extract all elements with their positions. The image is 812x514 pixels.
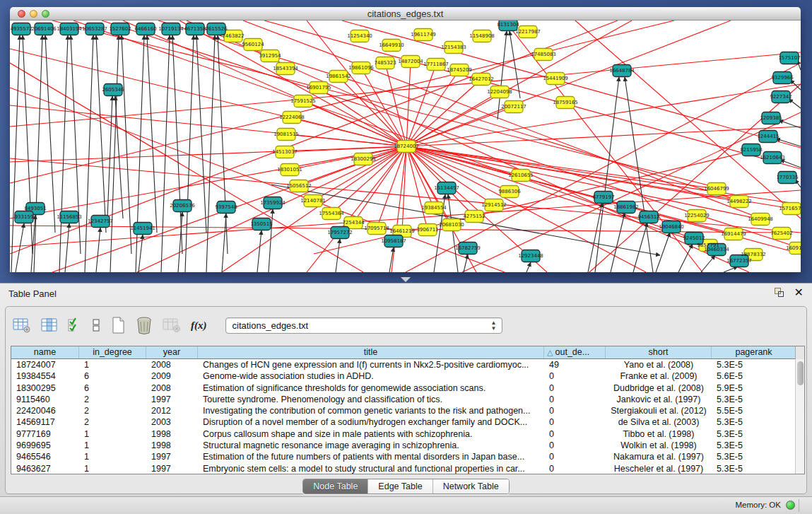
edge-red[interactable] [392, 146, 406, 272]
graph-node-label: 16046799 [704, 186, 729, 192]
edge-red[interactable] [10, 146, 406, 162]
tab-node-table[interactable]: Node Table [303, 479, 368, 493]
edge-red[interactable] [10, 146, 406, 218]
edge-black[interactable] [625, 77, 653, 272]
table-row[interactable]: 2242004622012Investigating the contribut… [11, 405, 804, 416]
graph-node-label: 19861096 [348, 65, 374, 71]
table-cell: 0 [544, 451, 606, 462]
graph-node-label: 1209385 [760, 115, 782, 121]
edge-black[interactable] [656, 233, 670, 272]
edge-black[interactable] [59, 35, 68, 272]
edge-black[interactable] [678, 244, 693, 272]
network-window-titlebar[interactable]: citations_edges.txt [10, 7, 801, 21]
select-columns-icon[interactable] [68, 317, 82, 333]
column-header-in_degree[interactable]: in_degree [79, 346, 146, 358]
edge-black[interactable] [336, 239, 340, 272]
edge-black[interactable] [11, 35, 20, 272]
column-header-year[interactable]: year [146, 346, 198, 358]
table-row[interactable]: 946362711997Embryonic stem cells: a mode… [11, 463, 804, 474]
graph-node-label: 15134457 [434, 185, 459, 191]
edge-black[interactable] [701, 255, 715, 272]
tab-edge-table[interactable]: Edge Table [368, 479, 433, 493]
table-selector-dropdown[interactable]: citations_edges.txt ▲▼ [225, 317, 502, 334]
table-cell: 2 [79, 405, 146, 416]
show-columns-icon[interactable] [41, 317, 58, 333]
table-row[interactable]: 946554611997Estimation of the future num… [11, 451, 804, 462]
scrollbar-thumb[interactable] [797, 361, 804, 385]
table-cell: 14569117 [11, 416, 79, 428]
function-builder-icon[interactable]: f(x) [191, 320, 207, 332]
edge-red[interactable] [222, 146, 406, 272]
table-cell: 1 [79, 451, 146, 462]
column-header-short[interactable]: short [606, 346, 712, 358]
edge-black[interactable] [34, 35, 42, 272]
splitter-handle-icon[interactable] [401, 277, 411, 282]
edge-black[interactable] [65, 223, 69, 272]
edge-black[interactable] [45, 35, 55, 233]
memory-ok-icon[interactable] [786, 501, 795, 510]
node-table: namein_degreeyeartitle△ out_de...shortpa… [11, 346, 805, 474]
table-row[interactable]: 977716911998Corpus callosum shape and si… [11, 428, 804, 440]
graph-node-label: 12154383 [441, 45, 466, 50]
table-header-row: namein_degreeyeartitle△ out_de...shortpa… [11, 346, 804, 359]
table-row[interactable]: 1830029562008Estimation of significance … [11, 382, 804, 394]
edge-black[interactable] [448, 194, 458, 272]
table-row[interactable]: 1938455462009Genome-wide association stu… [11, 370, 804, 382]
table-body: 1872400712008Changes of HCN gene express… [11, 359, 804, 474]
table-cell: 5.3E-5 [712, 440, 796, 451]
table-row[interactable]: 1456911722003Disruption of a novel membe… [11, 416, 804, 428]
edge-black[interactable] [218, 35, 228, 254]
delete-table-icon[interactable] [136, 316, 153, 335]
vertical-scrollbar[interactable] [795, 359, 804, 474]
network-canvas[interactable]: 1872400718300295193845541261065198863061… [10, 21, 801, 272]
edge-black[interactable] [85, 35, 93, 272]
row-height-icon[interactable] [92, 317, 100, 333]
edge-black[interactable] [139, 235, 143, 272]
tab-network-table[interactable]: Network Table [433, 479, 509, 493]
edge-black[interactable] [110, 35, 119, 272]
edge-black[interactable] [526, 262, 531, 272]
edge-black[interactable] [96, 228, 100, 272]
edge-black[interactable] [776, 139, 801, 146]
edge-red[interactable] [342, 21, 801, 148]
graph-node-label: 18724007 [394, 144, 419, 149]
graph-node-label: 18300295 [351, 156, 376, 162]
edge-black[interactable] [16, 223, 24, 272]
edge-red[interactable] [73, 21, 707, 243]
edge-black[interactable] [633, 223, 647, 272]
graph-node-label: 16427012 [469, 76, 494, 82]
edge-black[interactable] [724, 267, 738, 272]
table-row[interactable]: 911546021997Tourette syndrome. Phenomeno… [11, 394, 804, 405]
graph-node-label: 1350515 [250, 221, 272, 227]
edge-red[interactable] [406, 146, 760, 219]
close-panel-icon[interactable]: ✕ [794, 287, 804, 298]
edge-black[interactable] [222, 214, 226, 272]
table-row[interactable]: 1872400712008Changes of HCN gene express… [11, 359, 804, 370]
column-header-out_de[interactable]: △ out_de... [544, 346, 606, 358]
table-cell: 5.3E-5 [712, 416, 796, 428]
edge-black[interactable] [147, 35, 157, 233]
edge-black[interactable] [257, 230, 261, 272]
table-row[interactable]: 969969511998Structural magnetic resonanc… [11, 440, 804, 451]
table-cell: 9463627 [11, 463, 79, 474]
edge-black[interactable] [122, 35, 131, 254]
table-cell: Franke et al. (2009) [606, 370, 712, 382]
edge-red[interactable] [406, 62, 411, 146]
graph-node-label: 16648784 [609, 68, 635, 74]
edge-red[interactable] [406, 70, 459, 146]
column-header-name[interactable]: name [11, 346, 79, 358]
table-settings-icon[interactable] [13, 317, 31, 333]
edge-red[interactable] [10, 49, 406, 146]
table-cell: 1 [79, 359, 146, 370]
edge-black[interactable] [96, 35, 106, 233]
edge-black[interactable] [161, 35, 170, 272]
graph-node-label: 17711867 [423, 62, 449, 67]
table-cell: 1997 [146, 463, 198, 474]
column-header-pagerank[interactable]: pagerank [712, 346, 796, 358]
edge-black[interactable] [196, 35, 206, 233]
column-header-title[interactable]: title [198, 346, 544, 358]
edge-black[interactable] [172, 35, 182, 254]
new-table-icon[interactable] [110, 316, 126, 334]
float-panel-icon[interactable] [773, 287, 784, 298]
edge-red[interactable] [10, 105, 406, 146]
